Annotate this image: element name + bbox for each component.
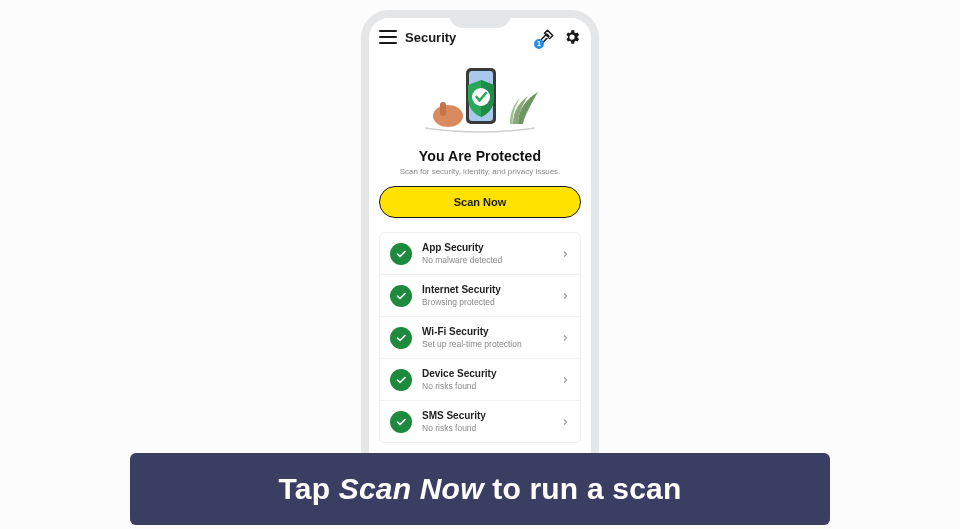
security-list: App Security No malware detected Interne… (379, 232, 581, 443)
item-subtitle: Set up real-time protection (422, 339, 551, 349)
check-circle-icon (390, 327, 412, 349)
scan-now-label: Scan Now (454, 196, 507, 208)
item-title: Wi-Fi Security (422, 326, 551, 338)
svg-point-0 (433, 105, 463, 127)
chevron-right-icon (561, 332, 570, 344)
chevron-right-icon (561, 416, 570, 428)
settings-gear-icon[interactable] (563, 28, 581, 46)
check-circle-icon (390, 285, 412, 307)
phone-frame: Security 1 (361, 10, 599, 478)
item-subtitle: No risks found (422, 423, 551, 433)
item-subtitle: Browsing protected (422, 297, 551, 307)
chevron-right-icon (561, 248, 570, 260)
list-item-wifi-security[interactable]: Wi-Fi Security Set up real-time protecti… (380, 316, 580, 358)
phone-notch (449, 10, 511, 28)
hamburger-menu-icon[interactable] (379, 30, 397, 44)
check-circle-icon (390, 369, 412, 391)
tools-icon[interactable]: 1 (537, 28, 555, 46)
caption-emphasis: Scan Now (339, 472, 484, 505)
item-subtitle: No malware detected (422, 255, 551, 265)
list-item-app-security[interactable]: App Security No malware detected (380, 233, 580, 274)
item-subtitle: No risks found (422, 381, 551, 391)
caption-prefix: Tap (278, 472, 338, 505)
hero-section: You Are Protected Scan for security, ide… (369, 56, 591, 176)
caption-suffix: to run a scan (484, 472, 682, 505)
check-circle-icon (390, 411, 412, 433)
check-circle-icon (390, 243, 412, 265)
svg-rect-1 (440, 102, 446, 116)
scan-now-button[interactable]: Scan Now (379, 186, 581, 218)
protected-illustration (410, 62, 550, 142)
instruction-caption: Tap Scan Now to run a scan (130, 453, 830, 525)
item-title: Internet Security (422, 284, 551, 296)
tools-badge: 1 (534, 39, 544, 49)
item-title: SMS Security (422, 410, 551, 422)
chevron-right-icon (561, 374, 570, 386)
hero-subtitle: Scan for security, identity, and privacy… (379, 167, 581, 176)
list-item-sms-security[interactable]: SMS Security No risks found (380, 400, 580, 442)
item-title: App Security (422, 242, 551, 254)
page-title: Security (405, 30, 456, 45)
hero-title: You Are Protected (379, 148, 581, 164)
item-title: Device Security (422, 368, 551, 380)
chevron-right-icon (561, 290, 570, 302)
list-item-internet-security[interactable]: Internet Security Browsing protected (380, 274, 580, 316)
list-item-device-security[interactable]: Device Security No risks found (380, 358, 580, 400)
